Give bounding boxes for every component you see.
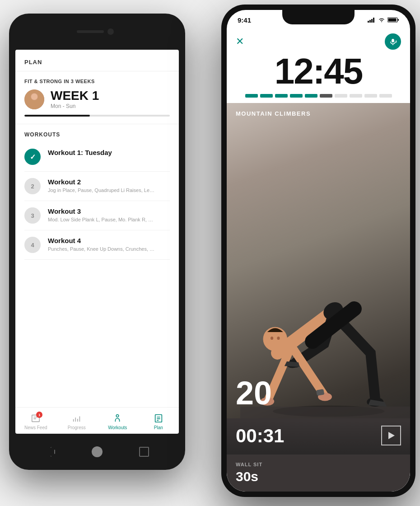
svg-marker-37 (388, 432, 395, 439)
battery-icon (387, 17, 399, 23)
timer-display: 12:45 (275, 53, 363, 89)
workouts-section: WORKOUTS ✓ Workout 1: Tuesday (15, 124, 179, 407)
dot-3 (275, 94, 288, 98)
next-exercise-label: WALL SIT (236, 462, 401, 467)
workout-4-circle: 4 (24, 237, 41, 253)
tab-plan[interactable]: Plan (138, 411, 179, 432)
left-screen-container: PLAN FIT & STRONG IN 3 WEEKS (15, 50, 179, 434)
workout-2-desc: Jog in Place, Pause, Quadruped Li Raises… (48, 187, 156, 194)
workout-3-name: Workout 3 (48, 207, 170, 215)
signal-icon (368, 17, 376, 23)
scene: PLAN FIT & STRONG IN 3 WEEKS (0, 0, 420, 506)
svg-point-11 (117, 415, 119, 417)
exercise-area: MOUNTAIN CLIMBERS 20 00:31 (227, 103, 410, 454)
progress-dots (245, 94, 392, 98)
workout-4-text: Workout 4 Punches, Pause, Knee Up Downs,… (48, 237, 170, 253)
left-phone: PLAN FIT & STRONG IN 3 WEEKS (9, 14, 185, 470)
status-time: 9:41 (238, 16, 251, 24)
list-item[interactable]: ✓ Workout 1: Tuesday (24, 142, 170, 172)
close-button[interactable]: ✕ (236, 36, 244, 47)
workout-1-text: Workout 1: Tuesday (48, 149, 170, 158)
dot-6 (320, 94, 332, 98)
play-button[interactable] (381, 426, 401, 445)
badge: 1 (36, 412, 42, 418)
svg-rect-16 (368, 21, 369, 23)
week-number: WEEK 1 (51, 89, 170, 102)
wifi-icon (378, 17, 385, 23)
tab-workouts-label: Workouts (108, 425, 127, 430)
svg-point-34 (271, 337, 273, 340)
tab-plan-label: Plan (154, 425, 163, 430)
tab-news-feed[interactable]: 1 News Feed (15, 411, 56, 432)
back-button[interactable] (45, 447, 55, 457)
dot-9 (364, 94, 377, 98)
workouts-icon (112, 413, 123, 424)
workouts-header: WORKOUTS (15, 124, 179, 142)
list-item[interactable]: 3 Workout 3 Mod. Low Side Plank L, Pause… (24, 201, 170, 230)
svg-rect-18 (371, 19, 373, 23)
voice-button[interactable] (385, 33, 401, 50)
tab-news-feed-label: News Feed (24, 425, 47, 430)
week-days: Mon - Sun (51, 103, 170, 109)
workout-3-desc: Mod. Low Side Plank L, Pause, Mo. Plank … (48, 216, 156, 223)
workout-1-circle: ✓ (24, 149, 41, 165)
week-progress-fill (24, 115, 90, 117)
android-top-bar (9, 14, 185, 50)
workout-list: ✓ Workout 1: Tuesday 2 Workout 2 Jog i (15, 142, 179, 260)
exercise-reps: 20 (236, 377, 272, 409)
week-progress-bar (24, 115, 170, 117)
left-screen: PLAN FIT & STRONG IN 3 WEEKS (15, 50, 179, 434)
list-item[interactable]: 4 Workout 4 Punches, Pause, Knee Up Down… (24, 230, 170, 260)
dot-2 (260, 94, 273, 98)
progress-icon (71, 413, 82, 424)
tab-workouts[interactable]: Workouts (97, 411, 138, 432)
dot-10 (379, 94, 392, 98)
recents-button[interactable] (139, 447, 149, 457)
exercise-timer-bottom: 00:31 (236, 426, 284, 445)
android-camera (107, 28, 114, 35)
dot-5 (305, 94, 317, 98)
svg-point-3 (31, 94, 37, 100)
week-section: FIT & STRONG IN 3 WEEKS WEEK 1 (15, 71, 179, 124)
svg-rect-21 (388, 19, 397, 22)
news-feed-icon: 1 (30, 413, 41, 424)
iphone-notch (282, 10, 355, 24)
next-exercise-section: WALL SIT 30s (227, 454, 410, 492)
svg-rect-12 (155, 415, 162, 422)
right-screen: ✕ 12:45 (227, 30, 410, 492)
workout-1-name: Workout 1: Tuesday (48, 149, 170, 156)
home-button[interactable] (92, 446, 103, 457)
svg-point-24 (392, 39, 394, 42)
checkmark-icon: ✓ (30, 153, 36, 161)
workout-3-circle: 3 (24, 207, 41, 224)
week-text-group: WEEK 1 Mon - Sun (51, 89, 170, 109)
play-icon (387, 431, 396, 440)
workout-2-circle: 2 (24, 178, 41, 194)
svg-rect-19 (373, 18, 374, 23)
dot-4 (290, 94, 303, 98)
svg-rect-22 (398, 19, 399, 21)
avatar (24, 89, 44, 109)
svg-rect-17 (369, 20, 371, 23)
tab-bar: 1 News Feed (15, 407, 179, 434)
plan-name: FIT & STRONG IN 3 WEEKS (24, 79, 170, 84)
right-screen-container: 9:41 (227, 10, 410, 492)
dot-8 (350, 94, 362, 98)
workout-top-bar: ✕ (227, 30, 410, 53)
workouts-title: WORKOUTS (24, 131, 170, 138)
workout-2-name: Workout 2 (48, 178, 170, 186)
tab-progress-label: Progress (68, 425, 86, 430)
plan-icon (153, 413, 164, 424)
plan-header: PLAN (15, 50, 179, 71)
right-phone: 9:41 (221, 5, 415, 497)
voice-icon (388, 37, 397, 46)
list-item[interactable]: 2 Workout 2 Jog in Place, Pause, Quadrup… (24, 172, 170, 201)
android-speaker (77, 30, 104, 33)
workout-2-text: Workout 2 Jog in Place, Pause, Quadruped… (48, 178, 170, 194)
workout-4-name: Workout 4 (48, 237, 170, 244)
next-exercise-duration: 30s (236, 469, 401, 484)
workout-3-text: Workout 3 Mod. Low Side Plank L, Pause, … (48, 207, 170, 223)
android-bottom-bar (9, 434, 185, 470)
dot-7 (335, 94, 347, 98)
tab-progress[interactable]: Progress (56, 411, 98, 432)
